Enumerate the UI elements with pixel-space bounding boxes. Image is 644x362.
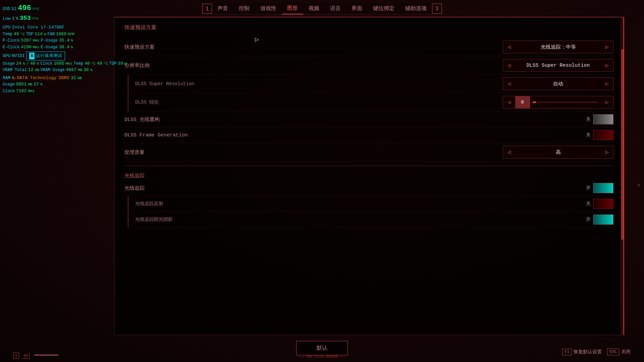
dlss-resolution-next-btn[interactable]: ▷: [601, 77, 613, 90]
resolution-scale-selector[interactable]: ◁ DLSS Super Resolution ▷: [503, 59, 613, 72]
footer-text: ▬▬▬▬▬▬▬▬▬▬▬▬: [34, 353, 58, 357]
vram-usage-value: 4667: [66, 67, 76, 73]
d3d-label: D3D: [3, 6, 10, 12]
dlss-sharpen-slider[interactable]: ◁ 0 ▷: [503, 96, 613, 109]
section-divider: [124, 166, 613, 166]
dlss-sharpen-track: [533, 102, 598, 103]
dlss-framegen-state: 关: [583, 132, 591, 138]
setting-row-resolution-scale: 分辨率比例 ◁ DLSS Super Resolution ▷: [124, 56, 613, 75]
preset-selector[interactable]: ◁ 光线追踪：中等 ▷: [503, 41, 613, 53]
dlss-sharpen-prev-btn[interactable]: ◁: [503, 96, 515, 109]
preset-prev-btn[interactable]: ◁: [503, 41, 515, 53]
bottom-center-decoration: ——— TRN_TLCAS_BORDER ———: [298, 355, 346, 359]
tdp-value: 114: [35, 31, 42, 38]
low-fps: 353: [20, 14, 31, 23]
cpu-label: CPU: [3, 24, 10, 31]
setting-row-raytracing-reflect: 光线追踪反射 关: [128, 196, 613, 212]
texture-quality-prev-btn[interactable]: ◁: [503, 146, 515, 159]
raytracing-label: 光线追踪: [124, 185, 145, 191]
benchmark-label: 运行基准测试: [36, 53, 62, 59]
temp-value: 49: [14, 31, 19, 38]
eusage-label: E-Usage: [41, 44, 57, 50]
nav-bracket-left: 1: [202, 4, 212, 14]
raytracing-shadow-label: 光线追踪阳光阴影: [135, 217, 173, 223]
benchmark-badge[interactable]: B 运行基准测试: [26, 52, 65, 60]
gpu-usage-label: Usage: [3, 61, 15, 67]
raytracing-reflect-label: 光线追踪反射: [135, 201, 163, 207]
nav-item-language[interactable]: 语言: [325, 3, 346, 14]
setting-row-dlss-reconstruct: DLSS 光线重构 关: [124, 112, 613, 127]
setting-row-preset: 快速预设方案 ◁ 光线追踪：中等 ▷: [124, 38, 613, 56]
vram-total-label: VRAM Total: [3, 67, 27, 73]
dlss-resolution-selector[interactable]: ◁ 自动 ▷: [503, 77, 613, 90]
nav-item-keybindings[interactable]: 键位绑定: [368, 3, 400, 14]
nav-item-gameplay[interactable]: 游戏性: [255, 3, 282, 14]
dlss-framegen-toggle[interactable]: [593, 130, 613, 140]
dlss-sharpen-next-btn[interactable]: ▷: [601, 96, 613, 109]
low-fps-unit: FPS: [32, 16, 39, 22]
scroll-thumb[interactable]: [621, 49, 624, 240]
pclock-value: 5287: [21, 37, 31, 44]
setting-row-raytracing-shadow: 光线追踪阳光阴影 开: [128, 212, 613, 228]
eclock-label: E-Clock: [3, 44, 19, 50]
nav-item-controls[interactable]: 控制: [233, 3, 255, 14]
eclock-value: 4190: [21, 44, 31, 51]
fps-value: 496: [18, 3, 31, 14]
texture-quality-label: 纹理质量: [124, 149, 145, 156]
scroll-bar[interactable]: [621, 17, 624, 335]
raytracing-reflect-state: 关: [583, 201, 591, 207]
raytracing-reflect-toggle[interactable]: [593, 199, 613, 209]
eusage-value: 30.4: [59, 44, 69, 51]
cpu-value: Intel Core i7-14790F: [12, 24, 64, 31]
gpu-label: GPU: [3, 53, 10, 59]
close-hint: ESC 关闭: [607, 349, 631, 355]
dlss-reconstruct-toggle[interactable]: [593, 114, 613, 124]
preset-label: 快速预设方案: [124, 44, 155, 50]
raytracing-reflect-toggle-group: 关: [583, 199, 613, 209]
setting-row-texture-quality: 纹理质量 ◁ 高 ▷: [124, 143, 613, 162]
texture-quality-selector[interactable]: ◁ 高 ▷: [503, 146, 613, 159]
nav-item-sound[interactable]: 声音: [212, 3, 233, 14]
vram-total-value: 12: [28, 67, 34, 73]
bottom-bar: 默认: [0, 341, 644, 355]
gpu-value: NVIDI: [12, 53, 25, 59]
preset-next-btn[interactable]: ▷: [601, 41, 613, 53]
dlss-reconstruct-state: 关: [583, 116, 591, 122]
top-navigation: 1 声音 控制 游戏性 图形 视频 语言 界面 键位绑定 辅助选项 3: [202, 0, 442, 14]
raytracing-shadow-toggle[interactable]: [593, 215, 613, 225]
nav-item-video[interactable]: 视频: [303, 3, 325, 14]
fan-label: FAN: [47, 31, 55, 37]
ram-label: RAM: [3, 75, 10, 81]
raytracing-toggle[interactable]: [593, 183, 613, 193]
raytracing-toggle-group: 开: [583, 183, 613, 193]
texture-quality-next-btn[interactable]: ▷: [601, 146, 613, 159]
panel-content: 快速预设方案 快速预设方案 ◁ 光线追踪：中等 ▷ 分辨率比例 ◁ DLSS S…: [114, 17, 624, 335]
nav-item-graphics[interactable]: 图形: [282, 3, 303, 14]
dlss-reconstruct-toggle-group: 关: [583, 114, 613, 124]
nav-item-interface[interactable]: 界面: [346, 3, 368, 14]
dlss-resolution-label: DLSS Super Resolution: [135, 81, 194, 86]
setting-row-dlss-resolution: DLSS Super Resolution ◁ 自动 ▷: [128, 75, 613, 93]
low-n: 1: [12, 15, 14, 22]
low-label: Low: [3, 15, 10, 22]
default-button[interactable]: 默认: [296, 341, 348, 355]
fps-unit: FPS: [33, 6, 39, 12]
fan-value: 1069: [56, 31, 66, 38]
gpu-usage-value: 24: [16, 60, 21, 67]
tdp-label: TDP: [26, 31, 34, 37]
cursor-indicator: ▷: [255, 35, 259, 44]
section1-title: 快速预设方案: [124, 24, 613, 33]
pclock-label: P-Clock: [3, 38, 19, 44]
resolution-scale-next-btn[interactable]: ▷: [601, 59, 613, 72]
dlss-resolution-prev-btn[interactable]: ◁: [503, 77, 515, 90]
resolution-scale-value: DLSS Super Resolution: [515, 63, 601, 68]
nav-item-accessibility[interactable]: 辅助选项: [400, 3, 432, 14]
resolution-scale-prev-btn[interactable]: ◁: [503, 59, 515, 72]
dlss-sharpen-value: 0: [515, 96, 530, 108]
v-number: 05: [22, 353, 30, 359]
low-percent: %: [16, 15, 18, 22]
preset-value: 光线追踪：中等: [515, 44, 601, 50]
ram-value: A-DATA Technology DDR5: [12, 75, 69, 81]
close-label: 关闭: [621, 349, 631, 355]
texture-quality-value: 高: [515, 149, 601, 156]
